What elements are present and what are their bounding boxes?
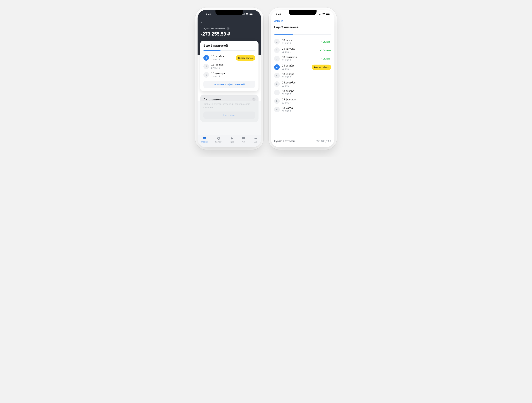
payment-date: 13 марта	[282, 107, 331, 109]
total-label: Сумма платежей	[274, 140, 295, 143]
payment-info: 13 декабря32 950 ₽	[211, 72, 255, 78]
pay-now-button[interactable]: Внести сейчас	[236, 55, 255, 61]
pay-now-button[interactable]: Внести сейчас	[312, 64, 331, 70]
notch	[215, 10, 243, 15]
paid-badge: ✔ Оплачен	[320, 41, 331, 43]
city-icon	[230, 136, 234, 140]
svg-rect-11	[326, 13, 329, 15]
payment-date: 13 ноября	[282, 73, 331, 76]
payment-row[interactable]: 213 августа32 950 ₽✔ Оплачен	[274, 46, 331, 54]
autopay-setup-button[interactable]: Настроить	[203, 111, 255, 119]
payment-number-badge: 3	[274, 56, 280, 61]
payment-info: 13 марта32 950 ₽	[282, 107, 331, 113]
payment-info: 13 августа32 950 ₽	[282, 47, 318, 53]
payment-info: 13 декабря32 950 ₽	[282, 81, 331, 87]
payment-amount: 32 950 ₽	[211, 58, 233, 61]
back-button[interactable]: ‹	[201, 19, 258, 27]
payment-amount: 32 950 ₽	[211, 75, 255, 78]
edit-icon[interactable]: ✎	[227, 27, 229, 30]
help-icon[interactable]: ?	[252, 97, 256, 101]
svg-point-5	[217, 137, 220, 140]
payment-row[interactable]: 313 сентября32 950 ₽✔ Оплачен	[274, 54, 331, 63]
tab-chat[interactable]: Чат	[242, 136, 246, 143]
payments-card: Еще 9 платежей 413 октября32 950 ₽Внести…	[200, 41, 259, 91]
status-time: 9:41	[206, 13, 211, 16]
payment-row[interactable]: 713 января32 950 ₽	[274, 88, 331, 97]
payment-row[interactable]: 513 ноября32 950 ₽	[274, 71, 331, 80]
payment-amount: 32 950 ₽	[282, 68, 309, 70]
svg-rect-4	[203, 137, 206, 138]
tab-label: Чат	[242, 141, 245, 143]
tab-label: Город	[230, 141, 234, 143]
payment-info: 13 января32 950 ₽	[282, 90, 331, 96]
status-icons	[242, 13, 253, 15]
loan-title: Кредит наличными	[201, 27, 225, 30]
autopay-desc: Чтобы не думать, хватает ли денег на сче…	[203, 102, 255, 109]
loan-balance: -273 255,53 ₽	[201, 31, 258, 37]
home-icon	[203, 136, 207, 140]
payment-number-badge: 6	[203, 72, 209, 78]
payment-date: 13 декабря	[211, 72, 255, 75]
payment-date: 13 декабря	[282, 81, 331, 84]
more-icon	[253, 136, 257, 140]
payment-row[interactable]: 913 марта32 950 ₽	[274, 105, 331, 114]
payment-number-badge: 4	[203, 55, 209, 61]
svg-rect-12	[329, 14, 330, 14]
payments-card-title: Еще 9 платежей	[203, 44, 255, 47]
total-value: 395 188,39 ₽	[316, 140, 331, 143]
payment-amount: 32 950 ₽	[282, 110, 331, 113]
tab-more[interactable]: Еще	[253, 136, 257, 143]
paid-badge: ✔ Оплачен	[320, 49, 331, 51]
phone-schedule-sheet: 9:41 Закрыть Еще 9 платежей 113 июля32 9…	[271, 10, 335, 147]
payment-row[interactable]: 413 октября32 950 ₽Внести сейчас	[274, 63, 331, 71]
status-icons	[319, 13, 330, 15]
payment-row[interactable]: 513 ноября32 950 ₽	[203, 62, 255, 70]
payment-number-badge: 5	[274, 73, 280, 78]
check-icon: ✔	[320, 41, 322, 43]
tab-payments[interactable]: Платежи	[215, 136, 222, 143]
payment-amount: 32 950 ₽	[211, 67, 255, 69]
payment-row[interactable]: 613 декабря32 950 ₽	[203, 70, 255, 79]
chat-icon	[242, 136, 246, 140]
payment-row[interactable]: 613 декабря32 950 ₽	[274, 80, 331, 88]
payment-amount: 32 950 ₽	[282, 101, 331, 104]
payment-row[interactable]: 413 октября32 950 ₽Внести сейчас	[203, 54, 255, 62]
payment-info: 13 ноября32 950 ₽	[211, 64, 255, 69]
tab-label: Главная	[202, 141, 208, 143]
svg-rect-2	[253, 14, 253, 14]
sheet-title: Еще 9 платежей	[274, 26, 331, 29]
progress-fill	[203, 50, 221, 51]
payment-date: 13 августа	[282, 47, 318, 50]
check-icon: ✔	[320, 58, 322, 60]
payment-amount: 32 950 ₽	[282, 51, 318, 53]
payment-amount: 32 950 ₽	[282, 84, 331, 87]
tab-home[interactable]: Главная	[202, 136, 208, 143]
progress-bar	[203, 50, 255, 51]
tab-city[interactable]: Город	[230, 136, 234, 143]
payment-info: 13 октября32 950 ₽	[282, 64, 309, 70]
payment-date: 13 ноября	[211, 64, 255, 66]
payment-info: 13 октября32 950 ₽	[211, 55, 233, 61]
payment-amount: 32 950 ₽	[282, 93, 331, 96]
check-icon: ✔	[320, 49, 322, 51]
payment-info: 13 февраля32 950 ₽	[282, 98, 331, 104]
phone-loan-summary: 9:41 ‹ Кредит наличными ✎ -273 255,53 ₽ …	[197, 10, 261, 147]
payment-amount: 32 950 ₽	[282, 42, 318, 45]
close-button[interactable]: Закрыть	[274, 19, 331, 26]
payment-info: 13 июля32 950 ₽	[282, 39, 318, 45]
payment-row[interactable]: 813 февраля32 950 ₽	[274, 97, 331, 105]
payments-icon	[217, 136, 221, 140]
progress-bar	[274, 34, 331, 35]
tab-label: Еще	[253, 141, 257, 143]
payment-amount: 32 950 ₽	[282, 76, 331, 79]
autopay-title: Автоплатеж	[203, 98, 255, 101]
payment-row[interactable]: 113 июля32 950 ₽✔ Оплачен	[274, 38, 331, 46]
autopay-card: ? Автоплатеж Чтобы не думать, хватает ли…	[200, 95, 259, 122]
payment-info: 13 сентября32 950 ₽	[282, 56, 318, 62]
payment-amount: 32 950 ₽	[282, 59, 318, 62]
payment-date: 13 февраля	[282, 98, 331, 101]
payment-date: 13 января	[282, 90, 331, 93]
show-schedule-button[interactable]: Показать график платежей	[203, 81, 255, 88]
svg-point-7	[254, 138, 255, 139]
payment-number-badge: 2	[274, 47, 280, 53]
